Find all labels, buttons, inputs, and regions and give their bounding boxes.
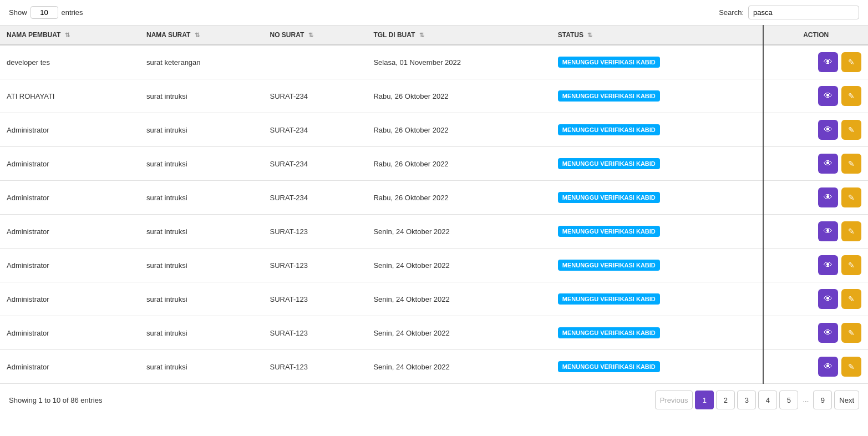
eye-icon: 👁 bbox=[824, 125, 833, 135]
status-badge: MENUNGGU VERIFIKASI KABID bbox=[558, 192, 660, 203]
cell-nama-pembuat: Administrator bbox=[0, 249, 140, 282]
pagination-page-1[interactable]: 1 bbox=[695, 391, 714, 409]
edit-icon: ✎ bbox=[848, 92, 855, 100]
edit-button[interactable]: ✎ bbox=[841, 255, 861, 275]
table-header-row: NAMA PEMBUAT ⇅ NAMA SURAT ⇅ NO SURAT ⇅ T… bbox=[0, 26, 868, 45]
sort-icon[interactable]: ⇅ bbox=[419, 32, 424, 39]
cell-no-surat bbox=[263, 45, 367, 79]
edit-button[interactable]: ✎ bbox=[841, 289, 861, 309]
col-status-label: STATUS bbox=[558, 31, 583, 39]
cell-nama-pembuat: Administrator bbox=[0, 181, 140, 215]
edit-button[interactable]: ✎ bbox=[841, 323, 861, 343]
view-button[interactable]: 👁 bbox=[818, 86, 838, 106]
view-button[interactable]: 👁 bbox=[818, 255, 838, 275]
cell-status: MENUNGGU VERIFIKASI KABID bbox=[551, 45, 764, 79]
eye-icon: 👁 bbox=[824, 226, 833, 236]
edit-icon: ✎ bbox=[848, 193, 855, 202]
cell-action: 👁✎ bbox=[763, 147, 868, 181]
cell-no-surat: SURAT-123 bbox=[263, 350, 367, 384]
cell-nama-surat: surat keterangan bbox=[140, 45, 263, 79]
pagination-next[interactable]: Next bbox=[834, 391, 859, 409]
view-button[interactable]: 👁 bbox=[818, 289, 838, 309]
view-button[interactable]: 👁 bbox=[818, 187, 838, 207]
eye-icon: 👁 bbox=[824, 57, 833, 67]
status-badge: MENUNGGU VERIFIKASI KABID bbox=[558, 226, 660, 237]
sort-icon[interactable]: ⇅ bbox=[195, 32, 200, 39]
status-badge: MENUNGGU VERIFIKASI KABID bbox=[558, 327, 660, 338]
bottom-bar: Showing 1 to 10 of 86 entries Previous12… bbox=[0, 384, 868, 416]
cell-nama-pembuat: developer tes bbox=[0, 45, 140, 79]
cell-tgl-di-buat: Rabu, 26 Oktober 2022 bbox=[367, 79, 551, 113]
view-button[interactable]: 👁 bbox=[818, 357, 838, 377]
cell-nama-surat: surat intruksi bbox=[140, 147, 263, 181]
view-button[interactable]: 👁 bbox=[818, 154, 838, 174]
status-badge: MENUNGGU VERIFIKASI KABID bbox=[558, 57, 660, 68]
cell-action: 👁✎ bbox=[763, 316, 868, 350]
edit-button[interactable]: ✎ bbox=[841, 154, 861, 174]
status-badge: MENUNGGU VERIFIKASI KABID bbox=[558, 158, 660, 169]
status-badge: MENUNGGU VERIFIKASI KABID bbox=[558, 293, 660, 305]
cell-tgl-di-buat: Rabu, 26 Oktober 2022 bbox=[367, 113, 551, 147]
cell-tgl-di-buat: Rabu, 26 Oktober 2022 bbox=[367, 147, 551, 181]
col-action: ACTION bbox=[763, 26, 868, 45]
action-buttons: 👁✎ bbox=[770, 154, 861, 174]
eye-icon: 👁 bbox=[824, 328, 833, 338]
view-button[interactable]: 👁 bbox=[818, 120, 838, 140]
col-nama-pembuat-label: NAMA PEMBUAT bbox=[7, 31, 60, 39]
table-row: Administratorsurat intruksiSURAT-123Seni… bbox=[0, 350, 868, 384]
pagination-previous[interactable]: Previous bbox=[655, 391, 693, 409]
view-button[interactable]: 👁 bbox=[818, 323, 838, 343]
edit-button[interactable]: ✎ bbox=[841, 357, 861, 377]
sort-icon[interactable]: ⇅ bbox=[587, 32, 592, 39]
cell-nama-surat: surat intruksi bbox=[140, 215, 263, 249]
table-row: Administratorsurat intruksiSURAT-123Seni… bbox=[0, 215, 868, 249]
pagination-page-2[interactable]: 2 bbox=[716, 391, 735, 409]
cell-action: 👁✎ bbox=[763, 350, 868, 384]
cell-status: MENUNGGU VERIFIKASI KABID bbox=[551, 79, 764, 113]
cell-nama-pembuat: Administrator bbox=[0, 147, 140, 181]
cell-action: 👁✎ bbox=[763, 113, 868, 147]
view-button[interactable]: 👁 bbox=[818, 221, 838, 241]
cell-status: MENUNGGU VERIFIKASI KABID bbox=[551, 147, 764, 181]
pagination-page-9[interactable]: 9 bbox=[813, 391, 832, 409]
table-row: Administratorsurat intruksiSURAT-123Seni… bbox=[0, 282, 868, 316]
table-row: Administratorsurat intruksiSURAT-234Rabu… bbox=[0, 113, 868, 147]
action-buttons: 👁✎ bbox=[770, 255, 861, 275]
cell-no-surat: SURAT-123 bbox=[263, 282, 367, 316]
cell-nama-surat: surat intruksi bbox=[140, 181, 263, 215]
pagination-page-5[interactable]: 5 bbox=[779, 391, 798, 409]
pagination-ellipsis: ... bbox=[800, 391, 811, 409]
entries-input[interactable] bbox=[31, 6, 58, 19]
sort-icon[interactable]: ⇅ bbox=[308, 32, 313, 39]
cell-no-surat: SURAT-123 bbox=[263, 249, 367, 282]
search-input[interactable] bbox=[748, 6, 859, 19]
search-control: Search: bbox=[719, 6, 859, 19]
cell-nama-surat: surat intruksi bbox=[140, 316, 263, 350]
table-row: Administratorsurat intruksiSURAT-123Seni… bbox=[0, 316, 868, 350]
col-no-surat-label: NO SURAT bbox=[270, 31, 304, 39]
edit-button[interactable]: ✎ bbox=[841, 187, 861, 207]
cell-tgl-di-buat: Senin, 24 Oktober 2022 bbox=[367, 350, 551, 384]
table-row: Administratorsurat intruksiSURAT-123Seni… bbox=[0, 249, 868, 282]
pagination-page-3[interactable]: 3 bbox=[737, 391, 756, 409]
view-button[interactable]: 👁 bbox=[818, 52, 838, 72]
cell-status: MENUNGGU VERIFIKASI KABID bbox=[551, 282, 764, 316]
cell-nama-surat: surat intruksi bbox=[140, 282, 263, 316]
eye-icon: 👁 bbox=[824, 294, 833, 304]
cell-action: 👁✎ bbox=[763, 45, 868, 79]
cell-status: MENUNGGU VERIFIKASI KABID bbox=[551, 215, 764, 249]
edit-button[interactable]: ✎ bbox=[841, 52, 861, 72]
edit-button[interactable]: ✎ bbox=[841, 221, 861, 241]
table-row: ATI ROHAYATIsurat intruksiSURAT-234Rabu,… bbox=[0, 79, 868, 113]
edit-button[interactable]: ✎ bbox=[841, 86, 861, 106]
sort-icon[interactable]: ⇅ bbox=[65, 32, 70, 39]
edit-button[interactable]: ✎ bbox=[841, 120, 861, 140]
edit-icon: ✎ bbox=[848, 261, 855, 270]
cell-no-surat: SURAT-234 bbox=[263, 113, 367, 147]
action-buttons: 👁✎ bbox=[770, 86, 861, 106]
status-badge: MENUNGGU VERIFIKASI KABID bbox=[558, 260, 660, 271]
search-label: Search: bbox=[719, 8, 744, 17]
cell-nama-surat: surat intruksi bbox=[140, 79, 263, 113]
cell-no-surat: SURAT-234 bbox=[263, 181, 367, 215]
pagination-page-4[interactable]: 4 bbox=[758, 391, 777, 409]
